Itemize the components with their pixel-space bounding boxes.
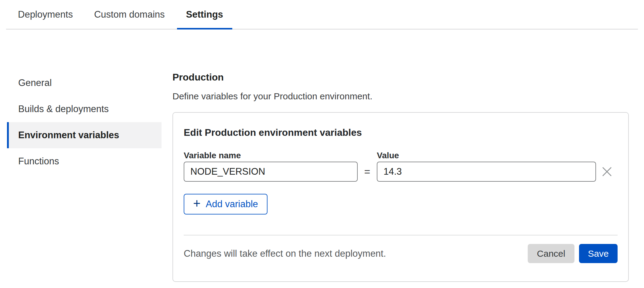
x-icon: [602, 166, 612, 177]
variable-value-input[interactable]: [377, 162, 596, 182]
page-subtitle: Define variables for your Production env…: [172, 91, 629, 102]
equals-sign: =: [358, 166, 377, 178]
settings-main: Production Define variables for your Pro…: [172, 71, 629, 282]
variable-name-label: Variable name: [184, 150, 358, 161]
footer-note: Changes will take effect on the next dep…: [184, 248, 386, 259]
value-label: Value: [377, 150, 596, 161]
plus-icon: +: [193, 197, 201, 210]
add-variable-button[interactable]: + Add variable: [184, 194, 267, 214]
remove-variable-button[interactable]: [600, 164, 614, 179]
variable-row: Variable name Value =: [184, 150, 618, 182]
environment-variables-card: Edit Production environment variables Va…: [172, 112, 629, 282]
tab-settings[interactable]: Settings: [177, 0, 232, 29]
tab-custom-domains[interactable]: Custom domains: [85, 0, 174, 29]
sidebar-item-environment-variables[interactable]: Environment variables: [7, 122, 162, 148]
save-button[interactable]: Save: [579, 244, 618, 263]
card-footer: Changes will take effect on the next dep…: [184, 235, 618, 272]
sidebar-item-functions[interactable]: Functions: [7, 148, 162, 174]
variable-name-input[interactable]: [184, 162, 358, 182]
project-tabbar: Deployments Custom domains Settings: [6, 0, 638, 29]
card-title: Edit Production environment variables: [184, 126, 618, 139]
page-title: Production: [172, 71, 629, 83]
tab-deployments[interactable]: Deployments: [9, 0, 82, 29]
settings-sidebar: General Builds & deployments Environment…: [7, 70, 162, 174]
add-variable-label: Add variable: [206, 199, 258, 210]
cancel-button[interactable]: Cancel: [528, 244, 574, 263]
sidebar-item-general[interactable]: General: [7, 70, 162, 96]
sidebar-item-builds-deployments[interactable]: Builds & deployments: [7, 96, 162, 122]
